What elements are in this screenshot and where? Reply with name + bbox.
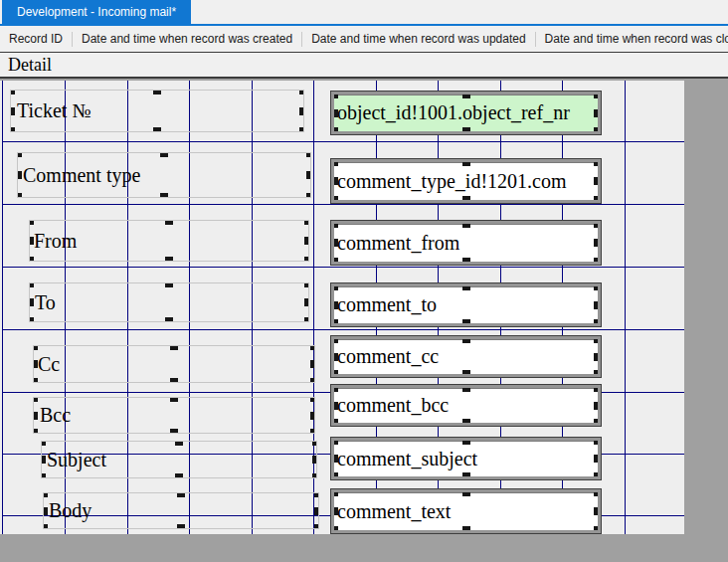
selection-handle[interactable]	[306, 171, 311, 179]
selection-handle[interactable]	[594, 301, 601, 309]
selection-handle[interactable]	[331, 196, 338, 203]
selection-handle[interactable]	[462, 196, 470, 203]
selection-handle[interactable]	[312, 441, 317, 446]
selection-handle[interactable]	[170, 345, 178, 350]
selection-handle[interactable]	[331, 283, 338, 290]
selection-handle[interactable]	[331, 127, 338, 134]
field-item-record-created[interactable]: Date and time when record was created	[73, 32, 301, 46]
selection-handle[interactable]	[462, 221, 470, 228]
selection-handle[interactable]	[594, 353, 601, 361]
selection-handle[interactable]	[331, 336, 338, 343]
selection-handle[interactable]	[170, 378, 178, 383]
field-item-record-id[interactable]: Record ID	[0, 32, 72, 46]
field-comment-subject[interactable]: comment_subject	[331, 438, 601, 479]
selection-handle[interactable]	[177, 492, 185, 497]
selection-handle[interactable]	[462, 336, 470, 343]
selection-handle[interactable]	[314, 507, 319, 515]
label-comment-type[interactable]: Comment type	[17, 152, 311, 198]
selection-handle[interactable]	[462, 419, 470, 426]
selection-handle[interactable]	[177, 524, 185, 529]
selection-handle[interactable]	[29, 257, 34, 262]
selection-handle[interactable]	[310, 378, 315, 383]
selection-handle[interactable]	[304, 317, 309, 322]
field-ticket-ref[interactable]: object_id!1001.object_ref_nr	[331, 92, 601, 134]
label-from[interactable]: From	[29, 220, 309, 262]
selection-handle[interactable]	[331, 402, 338, 410]
selection-handle[interactable]	[17, 193, 22, 198]
selection-handle[interactable]	[594, 472, 601, 479]
selection-handle[interactable]	[304, 282, 309, 287]
selection-handle[interactable]	[41, 456, 46, 464]
selection-handle[interactable]	[175, 441, 183, 446]
selection-handle[interactable]	[33, 429, 38, 434]
selection-handle[interactable]	[306, 193, 311, 198]
selection-handle[interactable]	[33, 378, 38, 383]
selection-handle[interactable]	[310, 429, 315, 434]
selection-handle[interactable]	[170, 429, 178, 434]
selection-handle[interactable]	[462, 438, 470, 445]
selection-handle[interactable]	[17, 152, 22, 157]
selection-handle[interactable]	[331, 258, 338, 265]
field-comment-text[interactable]: comment_text	[331, 489, 601, 533]
selection-handle[interactable]	[462, 319, 470, 326]
field-item-record-updated[interactable]: Date and time when record was updated	[302, 32, 534, 46]
selection-handle[interactable]	[331, 177, 338, 185]
selection-handle[interactable]	[33, 360, 38, 368]
selection-handle[interactable]	[33, 397, 38, 402]
selection-handle[interactable]	[165, 220, 173, 225]
selection-handle[interactable]	[310, 360, 315, 368]
selection-handle[interactable]	[153, 127, 161, 132]
field-comment-type[interactable]: comment_type_id!1201.com	[331, 159, 601, 203]
selection-handle[interactable]	[331, 159, 338, 166]
selection-handle[interactable]	[165, 282, 173, 287]
selection-handle[interactable]	[310, 397, 315, 402]
selection-handle[interactable]	[462, 283, 470, 290]
label-bcc[interactable]: Bcc	[33, 397, 315, 434]
selection-handle[interactable]	[304, 237, 309, 245]
selection-handle[interactable]	[594, 402, 601, 410]
selection-handle[interactable]	[462, 92, 470, 98]
selection-handle[interactable]	[594, 239, 601, 247]
selection-handle[interactable]	[331, 438, 338, 445]
selection-handle[interactable]	[43, 524, 48, 529]
selection-handle[interactable]	[331, 109, 338, 117]
selection-handle[interactable]	[594, 127, 601, 134]
field-comment-from[interactable]: comment_from	[331, 221, 601, 265]
selection-handle[interactable]	[594, 109, 601, 117]
selection-handle[interactable]	[310, 412, 315, 420]
selection-handle[interactable]	[594, 196, 601, 203]
design-surface[interactable]: Ticket №object_id!1001.object_ref_nrComm…	[0, 81, 684, 534]
selection-handle[interactable]	[160, 193, 168, 198]
selection-handle[interactable]	[299, 90, 304, 94]
selection-handle[interactable]	[10, 107, 15, 115]
field-comment-bcc[interactable]: comment_bcc	[331, 385, 601, 426]
selection-handle[interactable]	[331, 489, 338, 496]
selection-handle[interactable]	[331, 507, 338, 515]
selection-handle[interactable]	[331, 301, 338, 309]
selection-handle[interactable]	[462, 472, 470, 479]
selection-handle[interactable]	[594, 283, 601, 290]
selection-handle[interactable]	[170, 397, 178, 402]
selection-handle[interactable]	[29, 298, 34, 306]
selection-handle[interactable]	[594, 336, 601, 343]
label-body[interactable]: Body	[43, 492, 319, 529]
selection-handle[interactable]	[43, 507, 48, 515]
selection-handle[interactable]	[594, 319, 601, 326]
selection-handle[interactable]	[17, 171, 22, 179]
selection-handle[interactable]	[594, 221, 601, 228]
label-cc[interactable]: Cc	[33, 345, 315, 383]
selection-handle[interactable]	[594, 159, 601, 166]
selection-handle[interactable]	[10, 127, 15, 132]
selection-handle[interactable]	[331, 370, 338, 377]
selection-handle[interactable]	[594, 455, 601, 463]
selection-handle[interactable]	[594, 419, 601, 426]
selection-handle[interactable]	[41, 441, 46, 446]
selection-handle[interactable]	[594, 385, 601, 392]
selection-handle[interactable]	[331, 239, 338, 247]
field-comment-to[interactable]: comment_to	[331, 283, 601, 326]
selection-handle[interactable]	[165, 317, 173, 322]
selection-handle[interactable]	[312, 456, 317, 464]
selection-handle[interactable]	[462, 159, 470, 166]
selection-handle[interactable]	[306, 152, 311, 157]
document-tab-active[interactable]: Development - Incoming mail*	[2, 0, 191, 24]
